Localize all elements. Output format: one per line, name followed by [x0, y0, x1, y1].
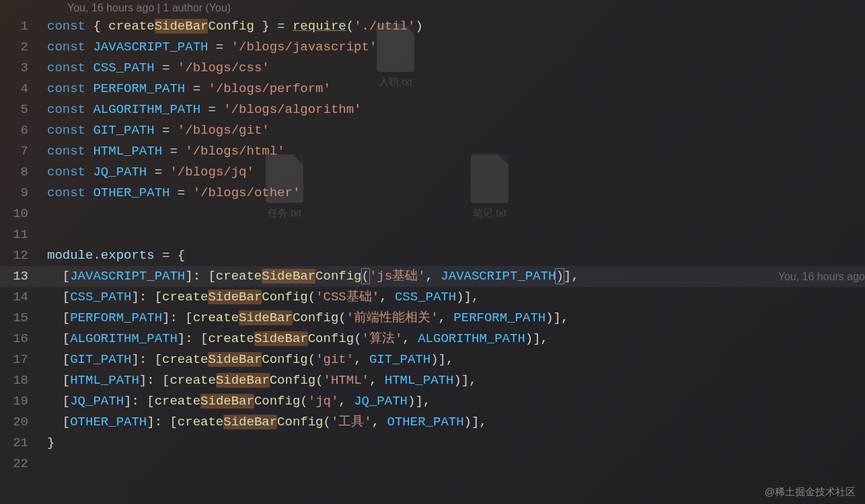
token: , — [426, 269, 441, 284]
code-line[interactable]: 4const PERFORM_PATH = '/blogs/perform' — [0, 79, 865, 99]
code-content[interactable]: module.exports = { — [47, 245, 865, 266]
token: create — [208, 331, 254, 346]
code-content[interactable]: [OTHER_PATH]: [createSideBarConfig('工具',… — [47, 412, 865, 433]
code-content[interactable]: const CSS_PATH = '/blogs/css' — [47, 58, 865, 79]
code-line[interactable]: 22 — [0, 454, 865, 474]
code-line[interactable]: 1const { createSideBarConfig } = require… — [0, 16, 865, 37]
code-content[interactable]: [JQ_PATH]: [createSideBarConfig('jq', JQ… — [47, 391, 865, 412]
token: Config — [262, 290, 307, 304]
token — [85, 40, 93, 54]
token: '/blogs/javascript' — [231, 40, 377, 54]
token: SideBar — [239, 310, 293, 325]
token: ( — [308, 352, 315, 367]
token: )], — [408, 394, 430, 409]
token: { — [85, 19, 108, 34]
line-number: 3 — [0, 58, 47, 79]
code-line[interactable]: 15 [PERFORM_PATH]: [createSideBarConfig(… — [0, 308, 865, 329]
token: const — [47, 19, 85, 34]
line-number: 9 — [0, 183, 47, 204]
token: JQ_PATH — [354, 394, 408, 409]
line-number: 8 — [0, 162, 47, 183]
token: ) — [415, 19, 422, 34]
token — [85, 165, 93, 179]
code-content[interactable]: } — [47, 433, 865, 454]
code-line[interactable]: 11 — [0, 224, 865, 245]
token: 'git' — [315, 352, 354, 367]
code-content[interactable]: const JQ_PATH = '/blogs/jq' — [47, 162, 865, 183]
code-content[interactable]: const ALGORITHM_PATH = '/blogs/algorithm… — [47, 99, 865, 120]
token: const — [47, 144, 85, 159]
code-line[interactable]: 9const OTHER_PATH = '/blogs/other' — [0, 183, 865, 204]
code-line[interactable]: 10 — [0, 204, 865, 224]
code-line[interactable]: 20 [OTHER_PATH]: [createSideBarConfig('工… — [0, 412, 865, 433]
token: JAVASCRIPT_PATH — [441, 269, 556, 284]
code-line[interactable]: 16 [ALGORITHM_PATH]: [createSideBarConfi… — [0, 329, 865, 349]
token: Config — [262, 352, 307, 367]
code-content[interactable]: [HTML_PATH]: [createSideBarConfig('HTML'… — [47, 370, 865, 391]
token: ALGORITHM_PATH — [418, 331, 525, 346]
token: [ — [47, 373, 70, 388]
token: SideBar — [262, 269, 315, 284]
token — [85, 60, 93, 75]
line-number: 16 — [0, 329, 47, 349]
code-content[interactable]: [CSS_PATH]: [createSideBarConfig('CSS基础'… — [47, 287, 865, 308]
token: , — [439, 310, 454, 325]
token: CSS_PATH — [395, 290, 456, 304]
token: OTHER_PATH — [93, 185, 170, 200]
code-line[interactable]: 14 [CSS_PATH]: [createSideBarConfig('CSS… — [0, 287, 865, 308]
code-line[interactable]: 5const ALGORITHM_PATH = '/blogs/algorith… — [0, 99, 865, 120]
code-content[interactable]: [JAVASCRIPT_PATH]: [createSideBarConfig(… — [47, 266, 865, 287]
token: , — [369, 373, 385, 388]
line-number: 11 — [0, 224, 47, 245]
line-number: 19 — [0, 391, 47, 412]
token: create — [162, 352, 208, 367]
code-editor[interactable]: You, 16 hours ago | 1 author (You) 1cons… — [0, 0, 865, 504]
code-content[interactable]: [ALGORITHM_PATH]: [createSideBarConfig('… — [47, 329, 865, 349]
token: ]: [ — [124, 394, 155, 409]
token: '/blogs/html' — [185, 144, 285, 159]
token: [ — [47, 290, 70, 304]
code-content[interactable]: const GIT_PATH = '/blogs/git' — [47, 120, 865, 141]
token: 'HTML' — [324, 373, 369, 388]
token: const — [47, 40, 85, 54]
code-line[interactable]: 2const JAVASCRIPT_PATH = '/blogs/javascr… — [0, 37, 865, 58]
code-content[interactable]: const PERFORM_PATH = '/blogs/perform' — [47, 79, 865, 99]
token: '/blogs/jq' — [170, 165, 254, 179]
code-content[interactable]: [GIT_PATH]: [createSideBarConfig('git', … — [47, 349, 865, 370]
code-content[interactable]: [PERFORM_PATH]: [createSideBarConfig('前端… — [47, 308, 865, 329]
line-number: 5 — [0, 99, 47, 120]
code-line[interactable]: 13 [JAVASCRIPT_PATH]: [createSideBarConf… — [0, 266, 865, 287]
code-line[interactable]: 12module.exports = { — [0, 245, 865, 266]
token: create — [108, 19, 154, 34]
token: = — [155, 123, 178, 138]
token: ( — [338, 310, 346, 325]
token: } = — [254, 19, 293, 34]
code-content[interactable]: const JAVASCRIPT_PATH = '/blogs/javascri… — [47, 37, 865, 58]
code-line[interactable]: 7const HTML_PATH = '/blogs/html' — [0, 141, 865, 162]
code-line[interactable]: 21} — [0, 433, 865, 454]
token: HTML_PATH — [385, 373, 454, 388]
token: JAVASCRIPT_PATH — [93, 40, 208, 54]
token: = — [162, 144, 185, 159]
code-content[interactable]: const { createSideBarConfig } = require(… — [47, 16, 865, 37]
code-line[interactable]: 6const GIT_PATH = '/blogs/git' — [0, 120, 865, 141]
code-line[interactable]: 3const CSS_PATH = '/blogs/css' — [0, 58, 865, 79]
token: './util' — [354, 19, 415, 34]
token: ]: [ — [131, 290, 162, 304]
token: = — [170, 185, 192, 200]
code-content[interactable]: const OTHER_PATH = '/blogs/other' — [47, 183, 865, 204]
token: [ — [47, 269, 70, 284]
token: ]: [ — [185, 269, 216, 284]
token: )], — [525, 331, 548, 346]
token: PERFORM_PATH — [453, 310, 546, 325]
code-line[interactable]: 17 [GIT_PATH]: [createSideBarConfig('git… — [0, 349, 865, 370]
code-line[interactable]: 18 [HTML_PATH]: [createSideBarConfig('HT… — [0, 370, 865, 391]
token: [ — [47, 331, 70, 346]
code-line[interactable]: 8const JQ_PATH = '/blogs/jq' — [0, 162, 865, 183]
code-content[interactable]: const HTML_PATH = '/blogs/html' — [47, 141, 865, 162]
token: SideBar — [208, 290, 262, 304]
code-line[interactable]: 19 [JQ_PATH]: [createSideBarConfig('jq',… — [0, 391, 865, 412]
token: )], — [430, 352, 453, 367]
token: create — [155, 394, 200, 409]
gitlens-blame-header: You, 16 hours ago | 1 author (You) — [0, 0, 865, 16]
